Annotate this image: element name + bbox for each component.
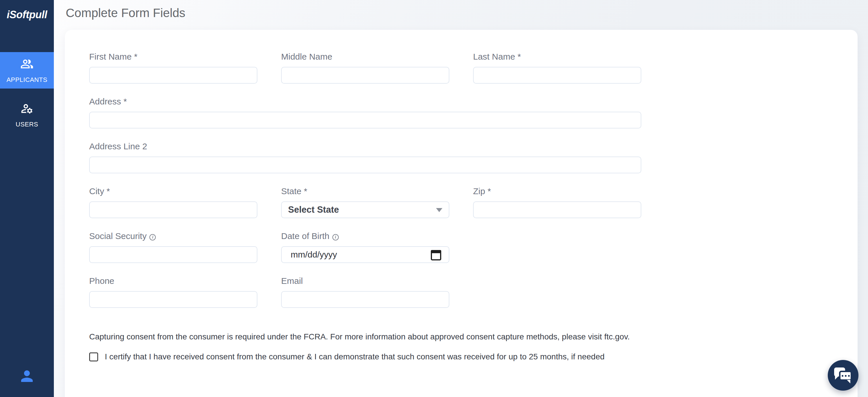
phone-label: Phone	[89, 277, 257, 285]
sidebar-nav: APPLICANTS USERS	[0, 52, 54, 133]
form-card: First Name * Middle Name Last Name * Add…	[65, 30, 858, 397]
consent-checkbox[interactable]	[89, 353, 98, 361]
city-input[interactable]	[89, 201, 257, 218]
form-row-contact: Phone Email	[89, 277, 641, 308]
zip-input[interactable]	[473, 201, 641, 218]
last-name-label: Last Name *	[473, 53, 641, 61]
form-row-address: Address *	[89, 97, 641, 129]
middle-name-input[interactable]	[281, 67, 450, 84]
chat-button[interactable]	[828, 360, 859, 391]
field-social-security: Social Security	[89, 232, 257, 263]
state-label: State *	[281, 187, 450, 196]
social-security-label-text: Social Security	[89, 231, 147, 241]
info-icon[interactable]	[332, 234, 339, 240]
sidebar-item-label: USERS	[16, 121, 38, 128]
sidebar: iSoftpull APPLICANTS USERS	[0, 0, 54, 397]
first-name-label: First Name *	[89, 53, 257, 61]
social-security-input[interactable]	[89, 246, 257, 263]
field-address: Address *	[89, 97, 641, 129]
middle-name-label: Middle Name	[281, 53, 450, 61]
chat-dots	[842, 375, 843, 377]
city-label: City *	[89, 187, 257, 196]
consent-checkbox-label[interactable]: I certify that I have received consent f…	[105, 352, 604, 361]
address-input[interactable]	[89, 112, 641, 129]
page-title: Complete Form Fields	[66, 6, 858, 20]
form-row-names: First Name * Middle Name Last Name *	[89, 53, 641, 84]
date-of-birth-label: Date of Birth	[281, 232, 450, 240]
info-icon[interactable]	[149, 234, 156, 240]
applicant-form: First Name * Middle Name Last Name * Add…	[65, 30, 641, 361]
phone-input[interactable]	[89, 291, 257, 308]
date-placeholder: mm/dd/yyyy	[282, 247, 449, 262]
field-zip: Zip *	[473, 187, 641, 218]
sidebar-item-applicants[interactable]: APPLICANTS	[0, 52, 54, 89]
field-first-name: First Name *	[89, 53, 257, 84]
field-state: State * Select State	[281, 187, 450, 218]
field-middle-name: Middle Name	[281, 53, 450, 84]
last-name-input[interactable]	[473, 67, 641, 84]
field-phone: Phone	[89, 277, 257, 308]
field-city: City *	[89, 187, 257, 218]
address-line-2-label: Address Line 2	[89, 142, 641, 151]
form-row-ssn-dob: Social Security Date of Birth mm/dd/yyyy	[89, 232, 641, 263]
address-label: Address *	[89, 97, 641, 106]
chat-bubbles-icon	[834, 367, 852, 383]
sidebar-item-users[interactable]: USERS	[0, 97, 54, 133]
app-logo: iSoftpull	[0, 0, 54, 21]
email-label: Email	[281, 277, 450, 285]
form-row-city-state-zip: City * State * Select State Zip *	[89, 187, 641, 218]
state-select[interactable]: Select State	[281, 201, 450, 218]
date-of-birth-input[interactable]: mm/dd/yyyy	[281, 246, 450, 263]
address-line-2-input[interactable]	[89, 157, 641, 173]
user-settings-icon	[20, 102, 34, 117]
people-icon	[20, 57, 34, 72]
chat-bubble-front	[839, 371, 852, 381]
state-select-value: Select State	[282, 202, 449, 218]
first-name-input[interactable]	[89, 67, 257, 84]
field-last-name: Last Name *	[473, 53, 641, 84]
social-security-label: Social Security	[89, 232, 257, 240]
consent-row: I certify that I have received consent f…	[89, 352, 641, 361]
field-date-of-birth: Date of Birth mm/dd/yyyy	[281, 232, 450, 263]
zip-label: Zip *	[473, 187, 641, 196]
user-avatar-icon[interactable]	[18, 367, 36, 385]
main-content: Complete Form Fields First Name * Middle…	[54, 0, 868, 397]
consent-notice: Capturing consent from the consumer is r…	[89, 332, 641, 341]
email-input[interactable]	[281, 291, 450, 308]
sidebar-item-label: APPLICANTS	[7, 76, 48, 84]
form-row-address2: Address Line 2	[89, 142, 641, 173]
date-of-birth-label-text: Date of Birth	[281, 231, 330, 241]
chevron-down-icon	[436, 208, 442, 212]
field-email: Email	[281, 277, 450, 308]
field-address-line-2: Address Line 2	[89, 142, 641, 173]
calendar-icon[interactable]	[431, 250, 441, 260]
